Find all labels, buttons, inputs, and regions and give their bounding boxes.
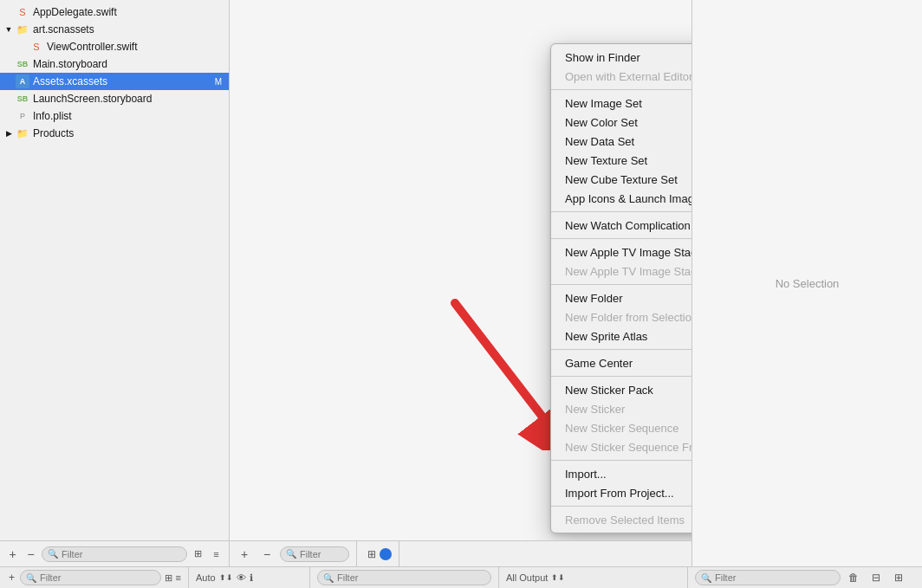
all-output-label: All Output (506, 572, 548, 583)
menu-item-label: New Image Set (565, 97, 642, 110)
xcassets-icon: A (16, 74, 29, 88)
auto-chevron-icon: ⬆⬇ (219, 573, 233, 582)
menu-item-label: New Sprite Atlas (565, 330, 647, 343)
sidebar-item-appdelegate[interactable]: S AppDelegate.swift (0, 3, 229, 21)
separator-4 (551, 284, 692, 285)
grid-view-button[interactable]: ⊞ (191, 545, 205, 564)
menu-item-label: Game Center (565, 357, 633, 370)
menu-item-new-data-set[interactable]: New Data Set (551, 132, 692, 151)
menu-item-label: Open with External Editor (565, 70, 692, 83)
trash-button[interactable]: 🗑 (844, 568, 863, 587)
sidebar-item-label: ViewController.swift (47, 41, 222, 53)
separator-1 (551, 89, 692, 90)
menu-item-label: Show in Finder (565, 51, 640, 64)
list-view-button[interactable]: ≡ (209, 545, 224, 564)
sidebar-item-label: LaunchScreen.storyboard (33, 93, 222, 105)
status-filter-input-1[interactable] (40, 572, 159, 583)
split-view-button[interactable]: ⊟ (867, 568, 886, 587)
menu-item-new-sprite-atlas[interactable]: New Sprite Atlas (551, 326, 692, 346)
center-remove-button[interactable]: − (257, 545, 276, 564)
sidebar-item-infoplist[interactable]: P Info.plist (0, 107, 229, 125)
center-add-button[interactable]: + (235, 545, 254, 564)
status-filter-icon: 🔍 (26, 573, 36, 583)
menu-item-game-center[interactable]: Game Center ▶ (551, 353, 692, 372)
status-add-button[interactable]: + (7, 572, 16, 584)
menu-item-label: New Sticker Pack (565, 384, 653, 397)
separator-6 (551, 376, 692, 377)
menu-item-label: Import... (565, 468, 607, 481)
menu-item-label: New Data Set (565, 135, 634, 148)
menu-item-app-icons[interactable]: App Icons & Launch Images ▶ (551, 189, 692, 208)
main-area: S AppDelegate.swift ▼ 📁 art.scnassets S … (0, 0, 922, 566)
disclosure-placeholder (3, 111, 14, 121)
status-filter-input-2[interactable] (337, 572, 485, 583)
menu-item-import[interactable]: Import... (551, 464, 692, 483)
filter-box: 🔍 (42, 546, 187, 562)
context-menu: Show in Finder Open with External Editor… (550, 43, 692, 533)
swift-icon: S (29, 40, 43, 54)
menu-item-new-sticker-sequence-frame[interactable]: New Sticker Sequence Frame (551, 437, 692, 456)
disclosure-placeholder (17, 42, 28, 52)
folder-icon: 📁 (16, 23, 29, 36)
menu-item-label: New Folder from Selection (565, 311, 692, 324)
sidebar-item-viewcontroller[interactable]: S ViewController.swift (0, 38, 229, 55)
menu-item-new-color-set[interactable]: New Color Set (551, 113, 692, 132)
menu-item-new-cube-texture-set[interactable]: New Cube Texture Set (551, 170, 692, 189)
menu-item-label: New Cube Texture Set (565, 173, 678, 186)
menu-item-new-sticker[interactable]: New Sticker (551, 399, 692, 418)
menu-item-show-finder[interactable]: Show in Finder (551, 48, 692, 67)
app-window: S AppDelegate.swift ▼ 📁 art.scnassets S … (0, 0, 922, 588)
menu-item-new-apple-tv[interactable]: New Apple TV Image Stack (551, 242, 692, 262)
sidebar-item-products[interactable]: ▶ 📁 Products (0, 125, 229, 142)
sidebar-item-label: Info.plist (33, 110, 222, 122)
menu-item-label: New Sticker Sequence (565, 422, 679, 435)
menu-item-new-sticker-pack[interactable]: New Sticker Pack (551, 380, 692, 399)
disclosure-open-icon: ▼ (3, 24, 14, 35)
menu-item-label: New Sticker Sequence Frame (565, 441, 692, 454)
panel-button[interactable]: ⊞ (889, 568, 908, 587)
menu-item-new-sticker-sequence[interactable]: New Sticker Sequence (551, 418, 692, 437)
menu-item-new-texture-set[interactable]: New Texture Set (551, 151, 692, 170)
sidebar-item-assets[interactable]: A Assets.xcassets M (0, 73, 229, 90)
right-panel: No Selection (692, 0, 922, 566)
storyboard-icon: SB (16, 57, 29, 71)
sidebar-item-main-storyboard[interactable]: SB Main.storyboard (0, 55, 229, 73)
sidebar-item-launchscreen[interactable]: SB LaunchScreen.storyboard (0, 90, 229, 107)
svg-line-1 (455, 303, 542, 416)
disclosure-placeholder (3, 76, 14, 87)
center-filter-input[interactable] (300, 549, 343, 559)
add-button[interactable]: + (5, 545, 20, 564)
sidebar-item-label: AppDelegate.swift (33, 6, 222, 18)
sidebar-item-scnassets[interactable]: ▼ 📁 art.scnassets (0, 21, 229, 38)
menu-item-label: App Icons & Launch Images (565, 192, 692, 205)
menu-item-new-image-set[interactable]: New Image Set (551, 94, 692, 113)
disclosure-closed-icon: ▶ (3, 128, 14, 139)
menu-item-label: New Apple TV Image Stack (565, 246, 692, 259)
menu-item-remove-selected[interactable]: Remove Selected Items (551, 510, 692, 529)
eye-icon: 👁 (237, 572, 246, 583)
status-section-auto: Auto ⬆⬇ 👁 ℹ (189, 567, 310, 588)
disclosure-placeholder (3, 59, 14, 69)
blue-dot (380, 548, 392, 560)
status-bar: + 🔍 ⊞ ≡ Auto ⬆⬇ 👁 ℹ 🔍 All Output ⬆⬇ (0, 566, 922, 588)
status-icon-2: ≡ (176, 572, 181, 583)
filter-input[interactable] (62, 549, 181, 559)
menu-item-label: New Folder (565, 292, 622, 305)
menu-item-new-watch[interactable]: New Watch Complication (551, 216, 692, 235)
sidebar-item-label: art.scnassets (33, 23, 222, 36)
remove-button[interactable]: − (23, 545, 38, 564)
plist-icon: P (16, 109, 29, 123)
status-filter-input-3[interactable] (715, 572, 834, 583)
modified-badge: M (215, 77, 222, 87)
menu-item-new-apple-tv-layer[interactable]: New Apple TV Image Stack Layer (551, 262, 692, 281)
swift-icon: S (16, 5, 29, 19)
sidebar-item-label: Products (33, 127, 222, 139)
folder-icon: 📁 (16, 126, 29, 140)
menu-item-new-folder-selection[interactable]: New Folder from Selection (551, 307, 692, 326)
status-filter-box-3: 🔍 (695, 570, 841, 585)
menu-item-label: Import From Project... (565, 487, 674, 500)
menu-item-label: New Texture Set (565, 154, 647, 167)
menu-item-import-from-project[interactable]: Import From Project... (551, 483, 692, 502)
menu-item-open-external[interactable]: Open with External Editor (551, 67, 692, 86)
menu-item-new-folder[interactable]: New Folder (551, 288, 692, 307)
